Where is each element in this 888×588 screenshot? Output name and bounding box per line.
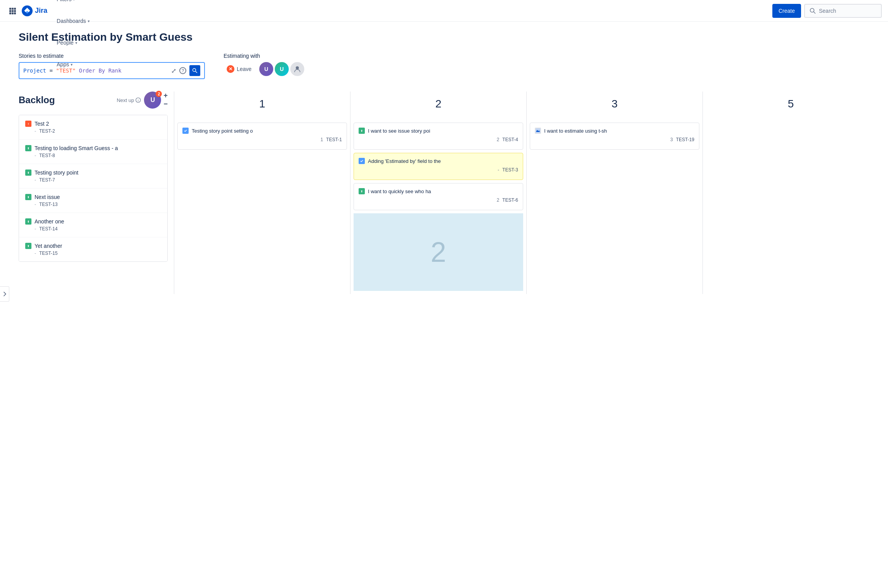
issue-title: Next issue <box>35 194 161 200</box>
svg-rect-7 <box>12 12 14 14</box>
backlog-avatar-wrap: U 2 <box>144 92 161 109</box>
score-card-id: TEST-6 <box>502 197 518 203</box>
issue-key: TEST-15 <box>39 251 57 256</box>
score-card-id: TEST-3 <box>502 167 518 173</box>
score-column-1: 1 Testing story point setting o 1 TEST-1 <box>174 92 350 294</box>
jql-field[interactable]: Project = "TEST" Order By Rank ⤢ ? <box>19 62 205 79</box>
score-card-points: 3 <box>670 137 673 142</box>
score-col-header: 3 <box>527 92 702 119</box>
issue-icon-img <box>535 128 541 134</box>
svg-rect-6 <box>9 12 11 14</box>
issue-points: - <box>35 177 36 183</box>
leave-button[interactable]: ✕ Leave <box>224 64 255 74</box>
issue-title: Testing to loading Smart Guess - a <box>35 145 161 151</box>
svg-text:!: ! <box>28 122 29 126</box>
score-col-header: 2 <box>350 92 526 119</box>
svg-text:⬆: ⬆ <box>27 245 29 247</box>
plus-button[interactable]: + <box>163 92 168 100</box>
svg-text:⬆: ⬆ <box>361 190 363 193</box>
backlog-item[interactable]: ⬆ Another one - TEST-14 <box>19 213 167 237</box>
issue-key: TEST-2 <box>39 128 55 134</box>
svg-rect-1 <box>12 8 14 10</box>
svg-rect-8 <box>14 12 16 14</box>
nav-item-filters[interactable]: Filters▾ <box>54 0 93 11</box>
leave-label: Leave <box>237 66 251 72</box>
help-icon[interactable]: ? <box>179 67 186 74</box>
issue-title: Testing story point <box>35 169 161 176</box>
score-card-id: TEST-1 <box>326 137 342 142</box>
issue-icon-green: ⬆ <box>25 145 31 151</box>
expand-icon[interactable]: ⤢ <box>171 67 176 74</box>
score-card-points: 1 <box>321 137 323 142</box>
score-card-id: TEST-4 <box>502 137 518 142</box>
issue-icon-red: ! <box>25 121 31 127</box>
score-col-body: Testing story point setting o 1 TEST-1 <box>174 119 350 153</box>
page-title: Silent Estimation by Smart Guess <box>19 31 879 43</box>
score-card-title: I want to quickly see who ha <box>368 189 518 194</box>
backlog-title: Backlog <box>19 95 55 105</box>
board-area: Backlog Next up i U 2 + − <box>19 92 879 294</box>
backlog-item[interactable]: ⬆ Testing story point - TEST-7 <box>19 164 167 189</box>
score-col-body <box>703 119 879 126</box>
backlog-badge: 2 <box>156 91 162 97</box>
score-col-body: ⬆ I want to see issue story poi 2 TEST-4… <box>350 119 526 294</box>
nav-item-dashboards[interactable]: Dashboards▾ <box>54 11 93 33</box>
jql-search-button[interactable] <box>189 65 200 76</box>
estimating-section: Estimating with ✕ Leave U U <box>224 53 304 76</box>
nav-items: Your work▾Projects▾Filters▾Dashboards▾Pe… <box>54 0 93 76</box>
issue-icon-green: ⬆ <box>25 243 31 249</box>
svg-line-10 <box>814 12 815 13</box>
score-card[interactable]: Adding 'Estimated by' field to the - TES… <box>354 153 523 180</box>
score-column-5: 5 <box>702 92 879 294</box>
score-card-points: 2 <box>497 197 500 203</box>
score-card[interactable]: Testing story point setting o 1 TEST-1 <box>177 123 347 150</box>
minus-button[interactable]: − <box>163 100 168 109</box>
issue-points: - <box>35 251 36 256</box>
issue-icon-green: ⬆ <box>25 194 31 200</box>
score-col-body: I want to estimate using t-sh 3 TEST-19 <box>527 119 702 153</box>
backlog-item[interactable]: ⬆ Testing to loading Smart Guess - a - T… <box>19 140 167 164</box>
score-card[interactable]: ⬆ I want to quickly see who ha 2 TEST-6 <box>354 183 523 210</box>
score-big-number: 2 <box>354 213 523 291</box>
backlog-item[interactable]: ⬆ Yet another - TEST-15 <box>19 237 167 261</box>
score-card[interactable]: ⬆ I want to see issue story poi 2 TEST-4 <box>354 123 523 150</box>
nav-item-people[interactable]: People▾ <box>54 33 93 54</box>
score-column-2: 2 ⬆ I want to see issue story poi 2 TEST… <box>350 92 526 294</box>
score-card-points: - <box>498 167 499 173</box>
jira-logo[interactable]: Jira <box>22 5 47 16</box>
avatar-3 <box>290 62 304 76</box>
svg-text:⬆: ⬆ <box>27 220 29 223</box>
estimating-label: Estimating with <box>224 53 304 59</box>
score-col-header: 1 <box>174 92 350 119</box>
issue-points: - <box>35 128 36 134</box>
filter-row: Stories to estimate Project = "TEST" Ord… <box>19 53 879 79</box>
sidebar-toggle[interactable] <box>0 286 9 302</box>
backlog-controls: Next up i <box>117 97 141 103</box>
filter-section: Stories to estimate Project = "TEST" Ord… <box>19 53 205 79</box>
search-icon-small <box>192 68 198 73</box>
backlog-item[interactable]: ⬆ Next issue - TEST-13 <box>19 189 167 213</box>
search-bar[interactable]: Search <box>804 4 882 18</box>
create-button[interactable]: Create <box>772 4 801 18</box>
score-card-points: 2 <box>497 137 500 142</box>
score-column-3: 3 I want to estimate using t-sh 3 TEST-1… <box>526 92 702 294</box>
issue-points: - <box>35 226 36 232</box>
issue-icon-checkbox <box>182 128 189 134</box>
issue-icon-green: ⬆ <box>359 188 365 194</box>
nav-item-apps[interactable]: Apps▾ <box>54 54 93 76</box>
backlog-item[interactable]: ! Test 2 - TEST-2 <box>19 115 167 140</box>
avatar-1: U <box>259 62 273 76</box>
issue-points: - <box>35 202 36 207</box>
issue-title: Yet another <box>35 243 161 249</box>
score-card-title: Adding 'Estimated by' field to the <box>368 158 518 164</box>
backlog-column: Backlog Next up i U 2 + − <box>19 92 174 294</box>
issue-points: - <box>35 153 36 158</box>
issue-key: TEST-14 <box>39 226 57 232</box>
grid-icon[interactable] <box>6 5 19 17</box>
info-icon: i <box>135 97 141 103</box>
score-col-header: 5 <box>703 92 879 119</box>
score-card[interactable]: I want to estimate using t-sh 3 TEST-19 <box>530 123 699 150</box>
logo-text: Jira <box>35 7 47 15</box>
svg-point-11 <box>193 69 196 72</box>
search-icon <box>810 8 816 14</box>
